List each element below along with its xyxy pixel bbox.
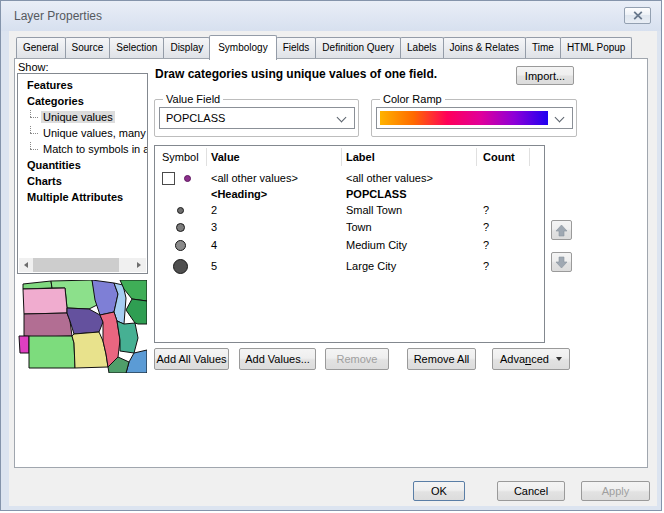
point-symbol-swatch[interactable]	[184, 175, 191, 182]
unique-values-table: Symbol Value Label Count <all other valu…	[154, 145, 545, 343]
map-preview	[17, 280, 147, 373]
ok-button[interactable]: OK	[413, 481, 465, 501]
close-button[interactable]	[624, 7, 651, 24]
column-header-count: Count	[483, 146, 515, 168]
advanced-label: Advanced	[500, 353, 549, 365]
value-field-value: POPCLASS	[166, 112, 225, 124]
point-symbol-swatch[interactable]	[175, 240, 186, 251]
show-tree: Features Categories Unique values Unique…	[17, 73, 148, 274]
tab-time[interactable]: Time	[525, 37, 561, 58]
remove-all-button[interactable]: Remove All	[407, 348, 476, 370]
table-row[interactable]: 5 Large City ?	[155, 256, 544, 276]
point-symbol-swatch[interactable]	[176, 223, 185, 232]
color-ramp-select[interactable]	[376, 107, 573, 129]
chevron-down-icon	[337, 113, 347, 123]
arrow-down-icon	[555, 256, 568, 269]
symbology-tab-page: Show: Features Categories Unique values …	[14, 58, 648, 468]
cancel-button[interactable]: Cancel	[497, 481, 565, 501]
title-bar: Layer Properties	[1, 1, 661, 31]
tab-html-popup[interactable]: HTML Popup	[560, 37, 633, 58]
point-symbol-swatch[interactable]	[173, 259, 188, 274]
show-label: Show:	[18, 61, 49, 73]
scroll-right-arrow-icon[interactable]	[132, 258, 146, 272]
column-header-label: Label	[346, 146, 375, 168]
column-header-value: Value	[211, 146, 240, 168]
import-button[interactable]: Import...	[516, 66, 574, 85]
table-row[interactable]: 2 Small Town ?	[155, 202, 544, 218]
tree-item-unique-values-many[interactable]: Unique values, many	[18, 125, 147, 141]
tab-definition-query[interactable]: Definition Query	[315, 37, 401, 58]
remove-button[interactable]: Remove	[325, 348, 389, 370]
tab-source[interactable]: Source	[65, 37, 111, 58]
tab-fields[interactable]: Fields	[276, 37, 317, 58]
arrow-up-icon	[555, 224, 568, 237]
color-ramp-gradient	[380, 111, 548, 125]
move-up-button[interactable]	[551, 220, 572, 240]
point-symbol-swatch[interactable]	[177, 207, 184, 214]
layer-properties-dialog: Layer Properties General Source Selectio…	[0, 0, 662, 511]
table-row[interactable]: 4 Medium City ?	[155, 236, 544, 254]
instruction-text: Draw categories using unique values of o…	[155, 67, 437, 81]
advanced-button[interactable]: Advanced	[492, 348, 570, 370]
close-icon	[633, 11, 643, 20]
tree-item-quantities[interactable]: Quantities	[18, 157, 147, 173]
dropdown-arrow-icon	[556, 357, 562, 361]
tree-horizontal-scrollbar[interactable]	[19, 258, 146, 272]
value-field-label: Value Field	[163, 93, 223, 105]
tab-display[interactable]: Display	[163, 37, 210, 58]
move-down-button[interactable]	[551, 252, 572, 272]
tree-item-multiple-attributes[interactable]: Multiple Attributes	[18, 189, 147, 205]
tab-symbology[interactable]: Symbology	[209, 35, 276, 60]
tab-selection[interactable]: Selection	[109, 37, 164, 58]
tree-item-match-symbols[interactable]: Match to symbols in a	[18, 141, 147, 157]
dialog-client-area: General Source Selection Display Symbolo…	[9, 31, 657, 506]
tab-strip: General Source Selection Display Symbolo…	[16, 37, 631, 58]
apply-button[interactable]: Apply	[581, 481, 650, 501]
tree-item-unique-values[interactable]: Unique values	[18, 109, 147, 125]
tab-joins-relates[interactable]: Joins & Relates	[443, 37, 526, 58]
all-other-values-checkbox[interactable]	[162, 172, 175, 185]
chevron-down-icon	[555, 113, 565, 123]
scroll-left-arrow-icon[interactable]	[19, 258, 33, 272]
scrollbar-thumb[interactable]	[33, 258, 119, 272]
add-values-button[interactable]: Add Values...	[239, 348, 316, 370]
tree-item-charts[interactable]: Charts	[18, 173, 147, 189]
table-row[interactable]: <all other values> <all other values>	[155, 170, 544, 186]
window-title: Layer Properties	[14, 9, 102, 23]
table-row[interactable]: 3 Town ?	[155, 219, 544, 235]
table-row-heading[interactable]: <Heading> POPCLASS	[155, 186, 544, 202]
tree-item-features[interactable]: Features	[18, 77, 147, 93]
add-all-values-button[interactable]: Add All Values	[154, 348, 229, 370]
value-field-select[interactable]: POPCLASS	[159, 107, 355, 129]
column-header-symbol: Symbol	[162, 146, 199, 168]
tab-general[interactable]: General	[16, 37, 66, 58]
color-ramp-label: Color Ramp	[380, 93, 445, 105]
tab-labels[interactable]: Labels	[400, 37, 443, 58]
tree-item-categories[interactable]: Categories	[18, 93, 147, 109]
